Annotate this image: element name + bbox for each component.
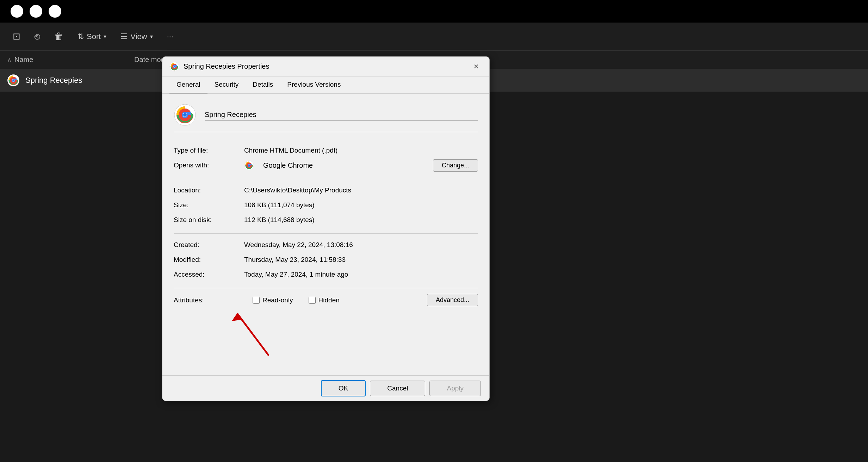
view-label: View [130,32,147,41]
svg-point-14 [183,113,187,117]
attributes-label: Attributes: [174,296,244,304]
modified-label: Modified: [174,256,244,264]
toolbar-icon-1-button[interactable]: ⊡ [7,28,26,45]
readonly-wrap: Read-only [253,296,293,304]
toolbar-icon-2-button[interactable]: ⎋ [29,28,46,45]
traffic-lights [11,5,61,18]
hidden-checkbox[interactable] [309,297,316,304]
size-label: Size: [174,201,244,209]
created-row: Created: Wednesday, May 22, 2024, 13:08:… [174,239,478,251]
sort-icon: ⇅ [78,32,84,41]
readonly-checkbox[interactable] [253,297,260,304]
red-arrow [223,306,279,359]
tab-general[interactable]: General [169,76,207,93]
share-icon: ⎋ [35,31,40,42]
modified-row: Modified: Thursday, May 23, 2024, 11:58:… [174,253,478,266]
hidden-label[interactable]: Hidden [318,296,340,304]
tab-previous-versions[interactable]: Previous Versions [280,76,348,93]
advanced-button[interactable]: Advanced... [427,294,478,306]
opens-with-row: Opens with: Google Chrome Change... [174,159,478,172]
opens-with-value: Google Chrome [263,161,313,170]
location-value: C:\Users\vikto\Desktop\My Products [244,186,478,194]
toolbar: ⊡ ⎋ 🗑 ⇅ Sort ▾ ☰ View ▾ ··· [0,23,868,51]
dialog-footer: OK Cancel Apply [162,375,489,401]
column-name[interactable]: Name [14,56,134,64]
dialog-title-text: Spring Recepies Properties [184,62,470,70]
svg-point-4 [12,79,14,81]
accessed-label: Accessed: [174,271,244,278]
sort-chevron-icon: ▾ [104,33,106,40]
type-section: Type of file: Chrome HTML Document (.pdf… [174,139,478,179]
created-label: Created: [174,241,244,249]
size-on-disk-label: Size on disk: [174,216,244,224]
sort-label: Sort [87,32,101,41]
file-name-input[interactable] [205,109,478,121]
dialog-title-icon [169,62,179,72]
location-label: Location: [174,186,244,194]
svg-point-19 [248,165,250,166]
svg-line-20 [237,313,269,356]
file-header-section [174,104,478,132]
location-size-section: Location: C:\Users\vikto\Desktop\My Prod… [174,179,478,234]
change-button[interactable]: Change... [433,159,478,172]
size-row: Size: 108 KB (111,074 bytes) [174,199,478,211]
dates-section: Created: Wednesday, May 22, 2024, 13:08:… [174,234,478,288]
tab-details[interactable]: Details [246,76,280,93]
traffic-light-2[interactable] [30,5,42,18]
dialog-close-button[interactable]: ✕ [470,60,482,73]
created-value: Wednesday, May 22, 2024, 13:08:16 [244,241,478,249]
sort-button[interactable]: ⇅ Sort ▾ [72,29,112,44]
sort-arrow-icon: ∧ [7,56,12,64]
svg-point-9 [174,66,175,67]
attributes-section: Attributes: Read-only Hidden Advanced... [174,288,478,368]
view-button[interactable]: ☰ View ▾ [115,29,158,44]
ok-button[interactable]: OK [321,380,366,396]
readonly-label[interactable]: Read-only [262,296,293,304]
attributes-row: Attributes: Read-only Hidden Advanced... [174,294,478,306]
delete-button[interactable]: 🗑 [49,28,69,45]
more-label: ··· [167,32,173,41]
cancel-button[interactable]: Cancel [370,381,425,396]
size-value: 108 KB (111,074 bytes) [244,201,478,209]
dialog-body: Type of file: Chrome HTML Document (.pdf… [162,94,489,375]
traffic-light-1[interactable] [11,5,23,18]
tab-security[interactable]: Security [207,76,246,93]
trash-icon: 🗑 [54,31,63,42]
accessed-row: Accessed: Today, May 27, 2024, 1 minute … [174,268,478,281]
file-icon-large [174,104,196,126]
file-name: Spring Recepies [25,76,82,85]
location-row: Location: C:\Users\vikto\Desktop\My Prod… [174,184,478,197]
type-of-file-row: Type of file: Chrome HTML Document (.pdf… [174,144,478,157]
chrome-file-icon [7,74,20,87]
window-icon: ⊡ [13,31,20,42]
accessed-value: Today, May 27, 2024, 1 minute ago [244,271,478,278]
modified-value: Thursday, May 23, 2024, 11:58:33 [244,256,478,264]
size-on-disk-value: 112 KB (114,688 bytes) [244,216,478,224]
view-chevron-icon: ▾ [150,33,153,40]
type-of-file-value: Chrome HTML Document (.pdf) [244,147,478,154]
svg-marker-21 [232,313,242,321]
dialog-titlebar: Spring Recepies Properties ✕ [162,57,489,76]
chrome-small-icon [244,160,254,170]
traffic-light-3[interactable] [49,5,61,18]
hidden-wrap: Hidden [309,296,340,304]
title-bar [0,0,868,23]
type-of-file-label: Type of file: [174,147,244,154]
properties-dialog: Spring Recepies Properties ✕ General Sec… [162,56,490,401]
view-icon: ☰ [120,32,128,41]
size-on-disk-row: Size on disk: 112 KB (114,688 bytes) [174,214,478,226]
opens-with-label: Opens with: [174,161,244,169]
more-button[interactable]: ··· [161,29,179,44]
apply-button[interactable]: Apply [429,381,481,396]
dialog-tabs: General Security Details Previous Versio… [162,76,489,94]
